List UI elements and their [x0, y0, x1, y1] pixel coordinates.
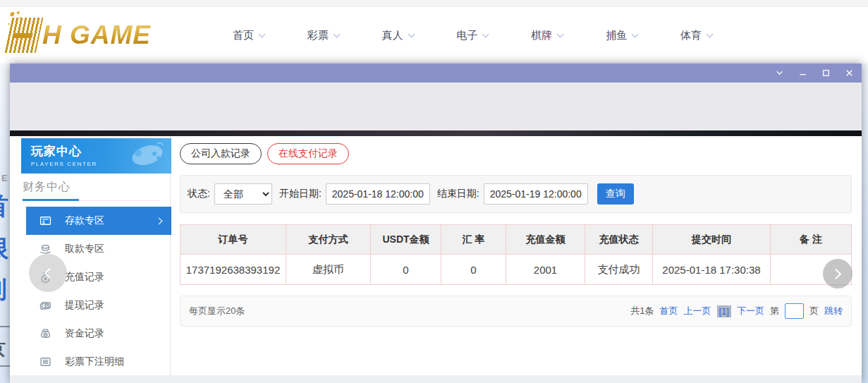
- nav-item-chess[interactable]: 棋牌: [531, 29, 563, 42]
- nav-label: 真人: [382, 29, 403, 42]
- finance-section-title: 财务中心: [23, 180, 71, 195]
- background-text-fragment: 到: [0, 274, 7, 306]
- sidebar-item-label: 存款专区: [65, 214, 104, 227]
- chevron-down-icon: [775, 68, 784, 78]
- table-header-row: 订单号 支付方式 USDT金额 汇 率 充值金额 充值状态 提交时间 备 注: [181, 225, 852, 255]
- window-footer-strip: [10, 375, 862, 383]
- lottery-detail-icon: [39, 356, 51, 368]
- cashout-record-icon: [39, 300, 51, 312]
- tab-company-deposit-records[interactable]: 公司入款记录: [180, 143, 262, 164]
- sidebar-item-deposit[interactable]: 存款专区: [26, 207, 171, 235]
- record-tabs: 公司入款记录 在线支付记录: [180, 143, 852, 164]
- background-text-fragment: 限: [0, 233, 8, 265]
- withdraw-icon: [39, 243, 51, 255]
- window-collapse-button[interactable]: [774, 68, 785, 79]
- maximize-icon: [821, 68, 831, 78]
- main-nav: 首页 彩票 真人 电子 棋牌 捕鱼 体育: [233, 7, 712, 63]
- nav-label: 捕鱼: [606, 29, 627, 42]
- nav-label: 首页: [233, 29, 254, 42]
- nav-label: 体育: [680, 29, 702, 42]
- col-usdt-amount: USDT金额: [371, 225, 441, 255]
- end-date-input[interactable]: [484, 183, 588, 205]
- nav-item-slots[interactable]: 电子: [456, 29, 488, 42]
- start-date-label: 开始日期:: [279, 188, 322, 200]
- sidebar-item-label: 提现记录: [65, 299, 104, 312]
- sidebar-menu: 存款专区 取款专区 充值记录: [10, 207, 171, 376]
- tab-online-payment-records[interactable]: 在线支付记录: [267, 143, 349, 164]
- sidebar-item-label: 充值记录: [65, 271, 104, 284]
- sidebar-item-label: 彩票下注明细: [65, 355, 124, 368]
- table-row: 1737192638393192 虚拟币 0 0 2001 支付成功 2025-…: [181, 255, 852, 285]
- chevron-right-icon: [831, 268, 842, 279]
- payment-records-table: 订单号 支付方式 USDT金额 汇 率 充值金额 充值状态 提交时间 备 注 1…: [180, 224, 852, 285]
- logo-text: H GAME: [42, 20, 151, 50]
- chevron-down-icon: [259, 30, 266, 37]
- col-payment-method: 支付方式: [286, 225, 371, 255]
- start-date-input[interactable]: [326, 183, 430, 205]
- carousel-prev-button[interactable]: [29, 254, 67, 292]
- chevron-right-icon: [156, 217, 163, 224]
- first-page-link[interactable]: 首页: [660, 305, 678, 317]
- jump-suffix-text: 页: [809, 305, 819, 317]
- nav-item-home[interactable]: 首页: [233, 29, 264, 42]
- cell-order-number: 1737192638393192: [181, 255, 286, 285]
- logo-stripes-icon: [5, 18, 44, 53]
- col-order-number: 订单号: [181, 225, 286, 255]
- nav-item-fishing[interactable]: 捕鱼: [606, 29, 637, 42]
- nav-item-live[interactable]: 真人: [382, 29, 414, 42]
- chevron-down-icon: [408, 30, 415, 37]
- sidebar-item-cashout-records[interactable]: 提现记录: [10, 291, 171, 320]
- next-page-link[interactable]: 下一页: [737, 305, 764, 317]
- sidebar-item-funds-records[interactable]: 资金记录: [10, 320, 171, 348]
- deposit-icon: [39, 215, 51, 227]
- cell-exchange-rate: 0: [441, 255, 506, 285]
- current-page-badge: [1]: [717, 305, 731, 317]
- nav-item-sports[interactable]: 体育: [680, 29, 712, 42]
- chevron-down-icon: [482, 30, 489, 37]
- players-center-header: 玩家中心 PLAYERS CENTER: [21, 138, 171, 174]
- window-minimize-button[interactable]: [797, 68, 808, 79]
- jump-button[interactable]: 跳转: [824, 305, 843, 317]
- col-recharge-amount: 充值金额: [506, 225, 585, 255]
- divider: [0, 365, 10, 367]
- site-logo[interactable]: H GAME: [8, 16, 151, 55]
- chevron-down-icon: [707, 30, 714, 37]
- player-center-window: 玩家中心 PLAYERS CENTER 财务中心 存款专区: [10, 63, 862, 383]
- funds-record-icon: [39, 328, 51, 340]
- page-size-text: 每页显示20条: [189, 305, 245, 317]
- chevron-down-icon: [557, 30, 564, 37]
- cell-usdt-amount: 0: [371, 255, 441, 285]
- sidebar-item-label: 取款专区: [65, 243, 104, 255]
- window-close-button[interactable]: [843, 68, 855, 79]
- background-text-fragment: E: [1, 173, 8, 183]
- close-icon: [845, 68, 854, 78]
- sidebar-item-label: 资金记录: [65, 327, 104, 340]
- section-underline: [23, 200, 161, 201]
- banner-bottom-edge: [10, 130, 862, 136]
- main-panel: 公司入款记录 在线支付记录 状态: 全部 开始日期: 结束日期: 查询 订单号: [171, 136, 862, 375]
- col-recharge-status: 充值状态: [585, 225, 653, 255]
- nav-label: 彩票: [307, 29, 329, 42]
- col-remark: 备 注: [771, 225, 852, 255]
- cell-recharge-amount: 2001: [506, 255, 585, 285]
- jump-page-input[interactable]: [785, 303, 804, 319]
- status-select[interactable]: 全部: [214, 183, 272, 205]
- gamepad-icon: [126, 141, 167, 169]
- window-maximize-button[interactable]: [820, 68, 831, 79]
- sidebar-item-lottery-bet-details[interactable]: 彩票下注明细: [10, 348, 171, 376]
- end-date-label: 结束日期:: [437, 188, 479, 200]
- window-titlebar: [10, 63, 862, 83]
- pager: 共1条 首页 上一页 [1] 下一页 第 页 跳转: [630, 303, 843, 319]
- nav-label: 棋牌: [531, 29, 552, 42]
- cell-submit-time: 2025-01-18 17:30:38: [653, 255, 771, 285]
- prev-page-link[interactable]: 上一页: [684, 305, 711, 317]
- background-page-right-edge: [862, 63, 868, 383]
- chevron-down-icon: [333, 30, 340, 37]
- sidebar: 玩家中心 PLAYERS CENTER 财务中心 存款专区: [10, 136, 171, 375]
- col-submit-time: 提交时间: [653, 225, 771, 255]
- col-exchange-rate: 汇 率: [441, 225, 506, 255]
- search-button[interactable]: 查询: [597, 183, 634, 205]
- nav-item-lottery[interactable]: 彩票: [307, 29, 339, 42]
- carousel-next-button[interactable]: [823, 259, 852, 288]
- cell-recharge-status: 支付成功: [585, 255, 653, 285]
